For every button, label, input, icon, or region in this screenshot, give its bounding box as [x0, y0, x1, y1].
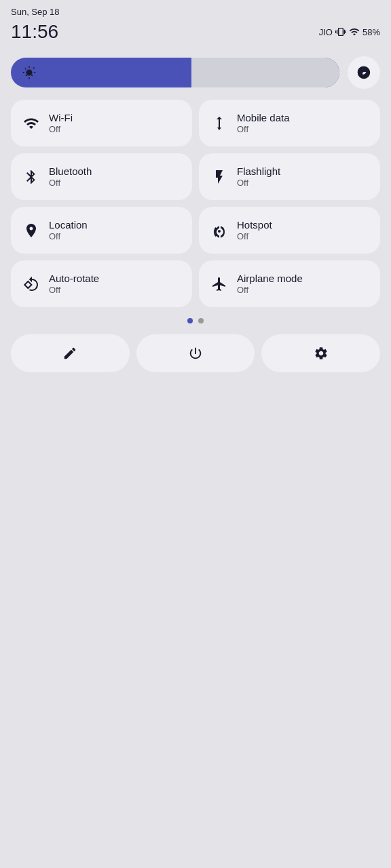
- flashlight-icon: [210, 167, 229, 186]
- mobiledata-label: Mobile data: [237, 112, 290, 123]
- status-date: Sun, Sep 18: [11, 7, 60, 17]
- bluetooth-label: Bluetooth: [49, 165, 92, 177]
- hotspot-label: Hotspot: [237, 219, 272, 231]
- tiles-grid: Wi-Fi Off Mobile data Off Bluetooth Off …: [0, 100, 391, 307]
- tile-hotspot[interactable]: Hotspot Off: [199, 207, 380, 254]
- brightness-rest: [191, 58, 339, 87]
- autorotate-icon: [22, 275, 41, 294]
- auto-brightness-button[interactable]: [348, 56, 380, 89]
- location-label: Location: [49, 219, 88, 231]
- hotspot-text: Hotspot Off: [237, 219, 272, 241]
- flashlight-status: Off: [237, 178, 280, 188]
- tile-airplanemode[interactable]: Airplane mode Off: [199, 260, 380, 307]
- airplanemode-icon: [210, 275, 229, 294]
- gear-icon: [314, 346, 329, 361]
- tile-autorotate[interactable]: Auto-rotate Off: [11, 260, 192, 307]
- mobiledata-status: Off: [237, 124, 290, 134]
- airplanemode-text: Airplane mode Off: [237, 273, 303, 295]
- carrier-label: JIO: [319, 27, 333, 37]
- bluetooth-status: Off: [49, 178, 92, 188]
- location-status: Off: [49, 231, 88, 241]
- autorotate-label: Auto-rotate: [49, 273, 99, 284]
- power-icon: [188, 346, 203, 361]
- wifi-text: Wi-Fi Off: [49, 112, 73, 134]
- location-text: Location Off: [49, 219, 88, 241]
- status-row: 11:56 JIO 58%: [0, 20, 391, 51]
- page-dot-2[interactable]: [198, 318, 204, 323]
- tile-mobiledata[interactable]: Mobile data Off: [199, 100, 380, 146]
- wifi-status: Off: [49, 124, 73, 134]
- signal-icon: [349, 26, 360, 37]
- status-time: 11:56: [11, 21, 58, 43]
- brightness-container[interactable]: [0, 51, 391, 100]
- mobiledata-text: Mobile data Off: [237, 112, 290, 134]
- vibrate-icon: [335, 26, 346, 37]
- wifi-label: Wi-Fi: [49, 112, 73, 123]
- hotspot-icon: [210, 221, 229, 240]
- page-dots: [0, 307, 391, 334]
- bluetooth-icon: [22, 167, 41, 186]
- pencil-icon: [62, 346, 77, 361]
- flashlight-label: Flashlight: [237, 165, 280, 177]
- settings-button[interactable]: [261, 334, 380, 372]
- bottom-buttons: [0, 334, 391, 389]
- bluetooth-text: Bluetooth Off: [49, 165, 92, 188]
- hotspot-status: Off: [237, 231, 272, 241]
- autorotate-status: Off: [49, 285, 99, 295]
- brightness-slider[interactable]: [11, 58, 339, 87]
- mobiledata-icon: [210, 114, 229, 133]
- battery-level: 58%: [362, 27, 380, 37]
- tile-bluetooth[interactable]: Bluetooth Off: [11, 153, 192, 200]
- page-dot-1[interactable]: [187, 318, 193, 323]
- brightness-icon: [22, 65, 37, 80]
- location-icon: [22, 221, 41, 240]
- tile-location[interactable]: Location Off: [11, 207, 192, 254]
- status-icons: JIO 58%: [319, 26, 380, 37]
- autorotate-text: Auto-rotate Off: [49, 273, 99, 295]
- wifi-icon: [22, 114, 41, 133]
- tile-flashlight[interactable]: Flashlight Off: [199, 153, 380, 200]
- edit-button[interactable]: [11, 334, 130, 372]
- airplanemode-label: Airplane mode: [237, 273, 303, 284]
- tile-wifi[interactable]: Wi-Fi Off: [11, 100, 192, 146]
- power-button[interactable]: [136, 334, 255, 372]
- airplanemode-status: Off: [237, 285, 303, 295]
- flashlight-text: Flashlight Off: [237, 165, 280, 188]
- status-bar: Sun, Sep 18: [0, 0, 391, 20]
